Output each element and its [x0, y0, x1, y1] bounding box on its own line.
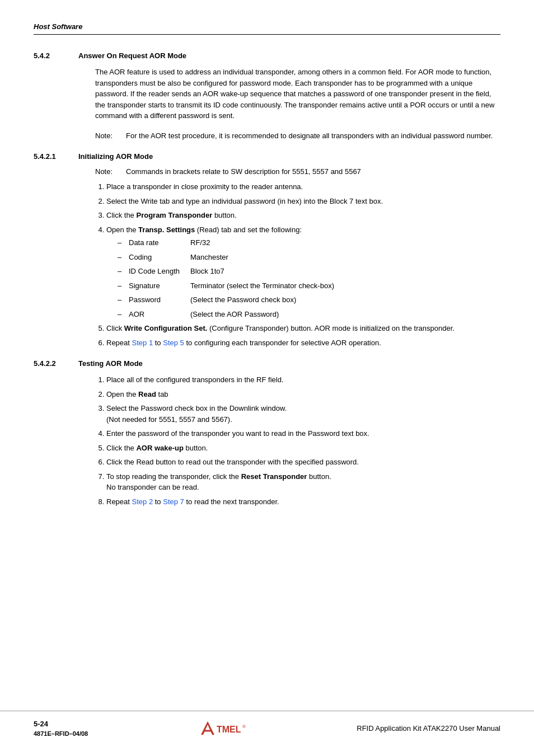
logo-text: TMEL [217, 725, 241, 734]
atmel-logo: TMEL ® [196, 717, 247, 739]
logo-a-shape [201, 721, 214, 735]
step-5422-2: Open the Read tab [106, 389, 500, 400]
sub-item-data-rate: Data rateRF/32 [118, 237, 500, 248]
step-5422-5: Click the AOR wake-up button. [106, 443, 500, 454]
step-5422-7-bold: Reset Transponder [241, 472, 307, 481]
section-5422-heading: 5.4.2.2 Testing AOR Mode [34, 359, 500, 368]
section-5421-steps: Place a transponder in close proximity t… [106, 181, 500, 348]
step-5422-7: To stop reading the transponder, click t… [106, 471, 500, 493]
step-5421-5-after: (Configure Transponder) button. AOR mode… [207, 324, 455, 332]
step-5421-1: Place a transponder in close proximity t… [106, 181, 500, 192]
section-542-note-text: For the AOR test procedure, it is recomm… [126, 130, 500, 142]
step-5421-4-after: (Read) tab and set the following: [195, 226, 302, 234]
sub-item-data-rate-label: Data rate [129, 237, 190, 248]
step-5421-4-before: Open the [106, 226, 138, 234]
section-5422-steps: Place all of the configured transponders… [106, 374, 500, 507]
sub-item-signature-value: Terminator (select the Terminator check-… [190, 280, 334, 292]
page: Host Software 5.4.2 Answer On Request AO… [0, 0, 534, 756]
step-5421-4-bold: Transp. Settings [138, 226, 195, 234]
step-5421-6-after: to configuring each transponder for sele… [184, 339, 381, 347]
step-5421-5-bold: Write Configuration Set. [124, 324, 208, 332]
sub-item-signature-label: Signature [129, 280, 190, 292]
step-5422-8-ref7: Step 7 [163, 497, 184, 506]
sub-item-coding-label: Coding [129, 252, 190, 263]
footer-center: TMEL ® [88, 717, 355, 739]
step-5422-8: Repeat Step 2 to Step 7 to read the next… [106, 496, 500, 508]
section-542-note-label: Note: [95, 130, 126, 142]
step-5422-8-after: to read the next transponder. [184, 497, 279, 506]
section-5421-note-label: Note: [95, 167, 126, 176]
step-5421-6-ref1: Step 1 [132, 339, 153, 347]
main-content: Host Software 5.4.2 Answer On Request AO… [34, 22, 500, 563]
footer-right: RFID Application Kit ATAK2270 User Manua… [355, 724, 500, 732]
logo-registered: ® [242, 724, 246, 729]
step-5422-2-bold: Read [138, 390, 156, 398]
section-542-heading: 5.4.2 Answer On Request AOR Mode [34, 51, 500, 60]
section-5422-title: Testing AOR Mode [78, 359, 143, 368]
header-section: Host Software [34, 22, 500, 35]
sub-item-password-label: Password [129, 294, 190, 306]
header-title: Host Software [34, 22, 82, 31]
sub-item-password: Password(Select the Password check box) [118, 294, 500, 306]
step-5421-3-bold: Program Transponder [136, 211, 212, 219]
step-5422-5-bold: AOR wake-up [136, 444, 184, 452]
sub-item-coding: CodingManchester [118, 252, 500, 263]
section-542-note: Note: For the AOR test procedure, it is … [95, 130, 500, 142]
sub-items-list: Data rateRF/32 CodingManchester ID Code … [118, 237, 500, 320]
page-number: 5-24 [34, 720, 88, 728]
footer-left: 5-24 4871E–RFID–04/08 [34, 720, 88, 737]
sub-item-coding-value: Manchester [190, 252, 228, 263]
sub-item-id-code-value: Block 1to7 [190, 266, 224, 277]
sub-item-aor-label: AOR [129, 309, 190, 320]
step-5422-1: Place all of the configured transponders… [106, 374, 500, 386]
step-5422-3: Select the Password check box in the Dow… [106, 403, 500, 425]
section-5422-number: 5.4.2.2 [34, 359, 78, 368]
footer-doc-number: 4871E–RFID–04/08 [34, 730, 88, 737]
step-5422-5-after: button. [184, 444, 208, 452]
step-5421-3-after: button. [212, 211, 236, 219]
section-5421-heading: 5.4.2.1 Initializing AOR Mode [34, 152, 500, 161]
sub-item-aor-value: (Select the AOR Password) [190, 309, 279, 320]
step-5422-2-after: tab [156, 390, 168, 398]
step-5422-4: Enter the password of the transponder yo… [106, 428, 500, 439]
sub-item-password-value: (Select the Password check box) [190, 294, 296, 306]
section-542: 5.4.2 Answer On Request AOR Mode The AOR… [34, 51, 500, 141]
section-5421-number: 5.4.2.1 [34, 152, 78, 161]
section-5421-title: Initializing AOR Mode [78, 152, 153, 161]
step-5421-4: Open the Transp. Settings (Read) tab and… [106, 224, 500, 320]
section-5421-note: Note: Commands in brackets relate to SW … [95, 167, 500, 176]
footer: 5-24 4871E–RFID–04/08 TMEL ® RFID Applic… [0, 711, 534, 739]
atmel-logo-svg: TMEL ® [196, 717, 247, 739]
step-5421-3: Click the Program Transponder button. [106, 210, 500, 221]
step-5421-6-ref5: Step 5 [163, 339, 184, 347]
sub-item-aor: AOR(Select the AOR Password) [118, 309, 500, 320]
step-5421-2: Select the Write tab and type an individ… [106, 196, 500, 207]
section-5421-note-text: Commands in brackets relate to SW descri… [126, 167, 500, 176]
step-5422-6: Click the Read button to read out the tr… [106, 457, 500, 468]
sub-item-id-code: ID Code LengthBlock 1to7 [118, 266, 500, 277]
step-5421-5: Click Write Configuration Set. (Configur… [106, 323, 500, 334]
step-5422-8-ref2: Step 2 [132, 497, 153, 506]
section-542-body: The AOR feature is used to address an in… [95, 67, 500, 121]
step-5422-3-line2: (Not needed for 5551, 5557 and 5567). [106, 415, 232, 424]
section-542-title: Answer On Request AOR Mode [78, 51, 186, 60]
step-5421-6: Repeat Step 1 to Step 5 to configuring e… [106, 337, 500, 349]
section-542-number: 5.4.2 [34, 51, 78, 60]
section-5422: 5.4.2.2 Testing AOR Mode Place all of th… [34, 359, 500, 507]
sub-item-id-code-label: ID Code Length [129, 266, 190, 277]
sub-item-data-rate-value: RF/32 [190, 237, 210, 248]
sub-item-signature: SignatureTerminator (select the Terminat… [118, 280, 500, 292]
section-5421: 5.4.2.1 Initializing AOR Mode Note: Comm… [34, 152, 500, 348]
